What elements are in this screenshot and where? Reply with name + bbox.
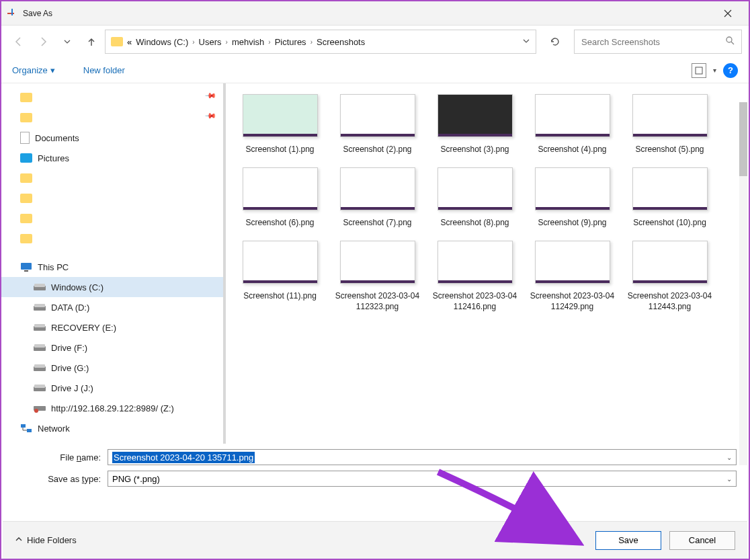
sidebar-item[interactable] [1, 229, 223, 249]
search-field[interactable] [581, 37, 725, 47]
file-item[interactable]: Screenshot (1).png [231, 94, 329, 155]
file-item[interactable]: Screenshot (4).png [524, 94, 621, 155]
sidebar-item-drive-j[interactable]: Drive J (J:) [1, 378, 223, 398]
sidebar-item[interactable] [1, 188, 223, 208]
file-item[interactable]: Screenshot (6).png [231, 167, 329, 229]
file-item[interactable]: Screenshot (3).png [426, 94, 524, 155]
sidebar-item-drive-d[interactable]: DATA (D:) [1, 297, 223, 317]
svg-rect-17 [34, 385, 45, 388]
chevron-down-icon[interactable]: ⌄ [726, 454, 732, 461]
folder-icon [20, 113, 32, 122]
svg-rect-5 [24, 270, 28, 272]
sidebar-item-this-pc[interactable]: This PC [1, 257, 223, 277]
nav-back-button[interactable] [8, 31, 30, 52]
document-icon [20, 132, 30, 144]
file-item[interactable]: Screenshot 2023-03-04 112323.png [329, 241, 426, 313]
filename-input[interactable]: Screenshot 2023-04-20 135711.png ⌄ [108, 449, 737, 465]
thumbnail [535, 241, 610, 284]
file-label: Screenshot (9).png [529, 217, 616, 229]
folder-icon [20, 173, 32, 183]
file-item[interactable]: Screenshot (2).png [329, 94, 426, 155]
breadcrumb[interactable]: Users [199, 37, 222, 47]
disk-icon [34, 321, 46, 333]
file-label: Screenshot (6).png [237, 217, 324, 229]
chevron-down-icon[interactable]: ⌄ [726, 475, 732, 483]
breadcrumb[interactable]: Screenshots [317, 37, 365, 47]
thumbnail [243, 167, 318, 210]
thumbnail [632, 94, 708, 137]
thumbnail [438, 167, 513, 210]
sidebar-item[interactable]: 📌 [1, 108, 223, 128]
view-options-button[interactable] [692, 63, 706, 78]
breadcrumb[interactable]: Windows (C:) [136, 37, 188, 47]
search-icon [725, 36, 735, 48]
close-button[interactable] [712, 3, 743, 24]
file-label: Screenshot (10).png [626, 217, 714, 229]
file-label: Screenshot (8).png [431, 217, 519, 229]
file-item[interactable]: Screenshot (7).png [329, 167, 426, 229]
pin-icon: 📌 [204, 89, 216, 102]
chevron-right-icon: › [310, 38, 312, 46]
thumbnail [535, 167, 610, 210]
sidebar-item-drive-z[interactable]: http://192.168.29.122:8989/ (Z:) [1, 398, 223, 418]
sidebar-item-network[interactable]: Network [1, 418, 223, 438]
file-label: Screenshot 2023-03-04 112443.png [626, 290, 714, 313]
svg-rect-0 [7, 13, 14, 14]
file-item[interactable]: Screenshot 2023-03-04 112416.png [426, 241, 524, 313]
filetype-select[interactable]: PNG (*.png) ⌄ [108, 471, 737, 487]
hide-folders-toggle[interactable]: Hide Folders [15, 535, 77, 545]
nav-recent-dropdown[interactable] [56, 31, 78, 52]
organize-menu[interactable]: Organize ▾ [12, 65, 55, 75]
cancel-button[interactable]: Cancel [669, 531, 735, 550]
sidebar-item[interactable]: 📌 [1, 87, 223, 108]
folder-icon [111, 37, 123, 46]
sidebar-item-pictures[interactable]: Pictures [1, 148, 223, 168]
file-item[interactable]: Screenshot (11).png [231, 241, 329, 313]
sidebar-item-documents[interactable]: Documents [1, 128, 223, 148]
new-folder-button[interactable]: New folder [83, 65, 125, 75]
save-button[interactable]: Save [595, 531, 661, 550]
sidebar-item[interactable] [1, 168, 223, 188]
address-bar[interactable]: « Windows (C:) › Users › mehvish › Pictu… [105, 30, 536, 54]
help-button[interactable]: ? [723, 63, 738, 78]
nav-up-button[interactable] [81, 31, 102, 52]
breadcrumb[interactable]: mehvish [232, 37, 264, 47]
file-label: Screenshot (11).png [237, 290, 324, 302]
file-label: Screenshot (1).png [237, 144, 324, 155]
disk-icon [34, 342, 46, 354]
network-drive-icon [34, 402, 46, 414]
network-icon [20, 422, 32, 434]
thumbnail [243, 241, 318, 284]
sidebar-item-drive-f[interactable]: Drive (F:) [1, 337, 223, 358]
file-item[interactable]: Screenshot 2023-03-04 112443.png [621, 241, 718, 313]
thumbnail [632, 167, 708, 210]
file-label: Screenshot (7).png [334, 217, 421, 229]
breadcrumb[interactable]: Pictures [275, 37, 306, 47]
file-item[interactable]: Screenshot 2023-03-04 112429.png [524, 241, 621, 313]
file-item[interactable]: Screenshot (10).png [621, 167, 718, 229]
caret-down-icon[interactable]: ▾ [713, 67, 716, 74]
file-label: Screenshot 2023-03-04 112323.png [334, 290, 421, 313]
sidebar-item-drive-g[interactable]: Drive (G:) [1, 358, 223, 378]
svg-point-19 [34, 409, 38, 413]
sidebar-item-drive-e[interactable]: RECOVERY (E:) [1, 317, 223, 337]
file-label: Screenshot (3).png [431, 144, 519, 155]
svg-rect-21 [27, 429, 32, 432]
file-item[interactable]: Screenshot (8).png [426, 167, 524, 229]
thumbnail [340, 241, 415, 284]
file-item[interactable]: Screenshot (9).png [524, 167, 621, 229]
pin-icon: 📌 [204, 110, 216, 122]
file-label: Screenshot 2023-03-04 112429.png [529, 290, 616, 313]
sidebar-item[interactable] [1, 208, 223, 229]
refresh-button[interactable] [543, 30, 567, 54]
chevron-down-icon[interactable] [522, 37, 530, 47]
scrollbar[interactable] [739, 102, 747, 465]
sidebar-item-drive-c[interactable]: Windows (C:) [1, 277, 223, 297]
search-input[interactable] [574, 30, 742, 54]
file-item[interactable]: Screenshot (5).png [621, 94, 718, 155]
nav-forward-button[interactable] [32, 31, 54, 52]
svg-rect-3 [696, 67, 702, 74]
pictures-icon [20, 152, 32, 164]
window-title: Save As [23, 9, 52, 18]
filename-label: File name: [13, 452, 108, 463]
